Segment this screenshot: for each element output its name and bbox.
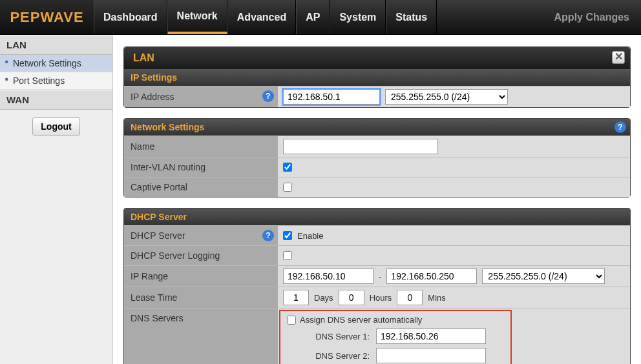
dns2-input[interactable] xyxy=(376,348,486,363)
lease-days-label: Days xyxy=(314,293,333,303)
topnav-status[interactable]: Status xyxy=(386,0,437,34)
label-lease-time: Lease Time xyxy=(131,292,177,303)
topnav-ap[interactable]: AP xyxy=(296,0,330,34)
lease-hours-input[interactable] xyxy=(339,290,364,305)
sidebar-group-lan: LAN xyxy=(0,35,112,55)
range-separator: - xyxy=(379,272,381,281)
sidebar: LAN Network Settings Port Settings WAN L… xyxy=(0,35,113,364)
dhcp-logging-checkbox[interactable] xyxy=(283,251,292,260)
panel-title: LAN ✕ xyxy=(124,47,630,69)
label-dhcp-logging: DHCP Server Logging xyxy=(131,250,220,261)
label-dns-servers: DNS Servers xyxy=(131,313,184,323)
topnav-dashboard[interactable]: Dashboard xyxy=(94,0,167,34)
subnet-select[interactable]: 255.255.255.0 (/24) xyxy=(385,89,508,105)
captive-portal-checkbox[interactable] xyxy=(283,183,292,192)
help-icon[interactable]: ? xyxy=(262,90,274,102)
section-dhcp: DHCP Server xyxy=(124,208,630,225)
section-ip-settings: IP Settings xyxy=(124,69,630,86)
lease-days-input[interactable] xyxy=(283,290,309,305)
enable-label: Enable xyxy=(297,231,323,241)
dhcp-panel: DHCP Server DHCP Server ? Enable DHCP Se… xyxy=(123,208,631,364)
lease-mins-label: Mins xyxy=(428,293,445,303)
ip-range-end-input[interactable] xyxy=(386,268,477,284)
topnav-system[interactable]: System xyxy=(330,0,386,34)
sidebar-group-wan: WAN xyxy=(0,90,112,110)
dhcp-enable-checkbox[interactable] xyxy=(283,231,292,240)
dns1-label: DNS Server 1: xyxy=(287,332,372,341)
section-network-settings: Network Settings ? xyxy=(124,119,630,136)
dns-auto-checkbox[interactable] xyxy=(287,316,296,325)
label-ip-address: IP Address xyxy=(131,92,174,102)
row-ip-address: IP Address ? 255.255.255.0 (/24) xyxy=(124,86,630,107)
name-input[interactable] xyxy=(283,139,438,154)
brand-logo: PEPWAVE xyxy=(0,0,94,34)
label-intervlan: Inter-VLAN routing xyxy=(131,162,205,172)
ip-address-input[interactable] xyxy=(283,89,380,105)
lan-panel: LAN ✕ IP Settings IP Address ? 255.255.2… xyxy=(123,46,631,108)
apply-changes-button[interactable]: Apply Changes xyxy=(543,0,641,34)
range-subnet-select[interactable]: 255.255.255.0 (/24) xyxy=(482,268,605,284)
network-settings-panel: Network Settings ? Name Inter-VLAN routi… xyxy=(123,118,631,197)
label-name: Name xyxy=(131,141,154,152)
topnav-advanced[interactable]: Advanced xyxy=(227,0,296,34)
lease-hours-label: Hours xyxy=(370,293,392,303)
panel-title-text: LAN xyxy=(133,52,154,63)
topnav-network[interactable]: Network xyxy=(167,0,227,34)
intervlan-checkbox[interactable] xyxy=(283,163,292,172)
dns1-input[interactable] xyxy=(376,329,486,344)
top-nav: Dashboard Network Advanced AP System Sta… xyxy=(94,0,543,34)
dns2-label: DNS Server 2: xyxy=(287,351,372,361)
dns-highlight-box: Assign DNS server automatically DNS Serv… xyxy=(279,310,512,364)
help-icon[interactable]: ? xyxy=(262,230,274,241)
lease-mins-input[interactable] xyxy=(397,290,423,305)
dns-auto-label: Assign DNS server automatically xyxy=(300,315,422,325)
logout-button[interactable]: Logout xyxy=(32,117,79,136)
help-icon[interactable]: ? xyxy=(615,121,626,133)
header-bar: PEPWAVE Dashboard Network Advanced AP Sy… xyxy=(0,0,641,35)
content-area: LAN ✕ IP Settings IP Address ? 255.255.2… xyxy=(113,35,641,364)
ip-range-start-input[interactable] xyxy=(283,268,373,284)
sidebar-item-port-settings[interactable]: Port Settings xyxy=(0,72,112,90)
sidebar-item-network-settings[interactable]: Network Settings xyxy=(0,55,112,72)
label-captive: Captive Portal xyxy=(131,182,187,192)
label-dhcp-server: DHCP Server xyxy=(131,230,185,241)
close-icon[interactable]: ✕ xyxy=(612,51,625,64)
label-ip-range: IP Range xyxy=(131,271,168,281)
